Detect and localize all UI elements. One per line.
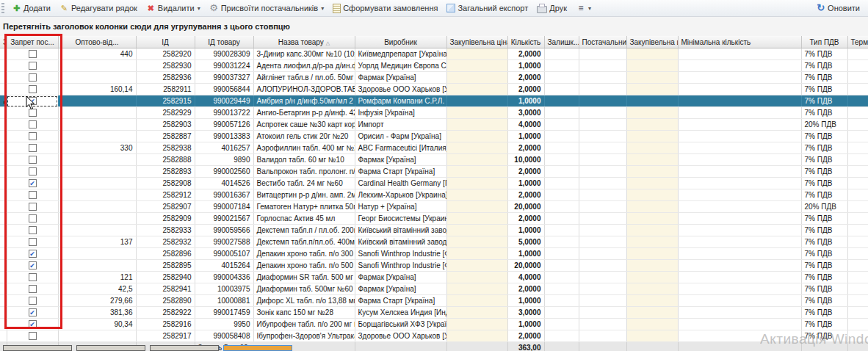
table-row[interactable]: ▶2582915990029449Амбрия р/н д/инф.50мг/м… bbox=[0, 95, 868, 107]
table-row[interactable]: 1212582940990004336Диаформин SR табл. 50… bbox=[0, 272, 868, 283]
cell-ban[interactable] bbox=[7, 178, 58, 189]
bottom-panel[interactable] bbox=[150, 345, 219, 351]
cell-ban[interactable] bbox=[7, 154, 58, 166]
ban-supplier-checkbox[interactable] bbox=[29, 297, 37, 305]
ban-supplier-checkbox[interactable] bbox=[29, 120, 37, 129]
ban-supplier-checkbox[interactable] bbox=[29, 132, 37, 140]
edit-row-button[interactable]: ✎ Редагувати рядок bbox=[56, 2, 141, 14]
bottom-panel[interactable] bbox=[76, 345, 145, 351]
table-row[interactable]: 25828954015264Депакин хроно табл. п/о 50… bbox=[0, 260, 868, 272]
column-header-min_quantity[interactable]: Мінімальна кількість bbox=[678, 36, 801, 48]
column-header-supplier[interactable]: Постачальник bbox=[579, 36, 626, 48]
add-button[interactable]: ✚ Додати bbox=[8, 2, 54, 14]
ban-supplier-checkbox[interactable] bbox=[29, 156, 37, 164]
table-row[interactable]: 2582930990031224Адента лиофил.д/р-ра д/и… bbox=[0, 60, 868, 72]
ban-supplier-checkbox[interactable] bbox=[29, 226, 37, 234]
cell-ban[interactable] bbox=[7, 330, 58, 342]
ban-supplier-checkbox[interactable] bbox=[29, 109, 37, 117]
general-export-button[interactable]: Загальний експорт bbox=[443, 2, 532, 14]
column-header-name[interactable]: Назва товару△ bbox=[253, 36, 355, 48]
table-row[interactable]: 25829084014526Вестибо табл. 24 мг №60Car… bbox=[0, 178, 868, 189]
ban-supplier-checkbox[interactable] bbox=[29, 261, 37, 269]
ban-supplier-checkbox[interactable] bbox=[29, 203, 37, 211]
create-order-button[interactable]: Сформувати замовлення bbox=[329, 2, 441, 15]
table-row[interactable]: 2582907990007184Гематоген Натур+ плитка … bbox=[0, 201, 868, 213]
cell-ban[interactable] bbox=[7, 260, 58, 272]
cell-ban[interactable] bbox=[7, 225, 58, 236]
cell-ban[interactable] bbox=[7, 95, 58, 107]
table-row[interactable]: 25828889890Валидол табл. 60 мг №10Фармак… bbox=[0, 154, 868, 166]
cell-ban[interactable] bbox=[7, 119, 58, 131]
group-by-panel[interactable]: Перетягніть заголовок колонки сюди для у… bbox=[0, 17, 868, 36]
column-header-purchase_price_1[interactable]: Закупівельна ціна... bbox=[446, 36, 507, 48]
table-row[interactable]: 1372582932990027588Декстемп табл.п/пл.об… bbox=[0, 236, 868, 248]
column-header-vat_type[interactable]: Тип ПДВ bbox=[801, 36, 847, 48]
column-header-quantity[interactable]: Кількість bbox=[507, 36, 544, 48]
cell-ban[interactable] bbox=[7, 213, 58, 225]
ban-supplier-checkbox[interactable] bbox=[29, 250, 37, 258]
ban-supplier-checkbox[interactable] bbox=[29, 50, 37, 58]
table-row[interactable]: 2582917990058408Ібупрофен-Здоров'я Ультр… bbox=[0, 330, 868, 342]
cell-ban[interactable] bbox=[7, 307, 58, 319]
cell-ban[interactable] bbox=[7, 248, 58, 260]
print-button[interactable]: Друк bbox=[533, 2, 571, 15]
cell-ban[interactable] bbox=[7, 107, 58, 119]
assign-suppliers-button[interactable]: ⚙ Присвоїти постачальників ▾ bbox=[206, 2, 328, 14]
cell-ban[interactable] bbox=[7, 201, 58, 213]
table-row[interactable]: 160,142582911990056844АЛОПУРИНОЛ-ЗДОРОВ.… bbox=[0, 84, 868, 95]
cell-ban[interactable] bbox=[7, 272, 58, 283]
ban-supplier-checkbox[interactable] bbox=[29, 214, 37, 222]
ban-supplier-checkbox[interactable] bbox=[29, 144, 37, 152]
table-row[interactable]: 2582912990016367Витацертин р-р д/ин. амп… bbox=[0, 189, 868, 201]
cell-ban[interactable] bbox=[7, 60, 58, 72]
cell-ban[interactable] bbox=[7, 48, 58, 60]
table-row[interactable]: 2582936990037327Айглінет табл.в / пл.об.… bbox=[0, 72, 868, 84]
delete-button[interactable]: ✖ Видалити ▾ bbox=[142, 2, 204, 14]
ban-supplier-checkbox[interactable] bbox=[29, 285, 37, 293]
table-row[interactable]: 44025829209900283093-Динир капс.300мг №1… bbox=[0, 48, 868, 60]
cell-ban[interactable] bbox=[7, 72, 58, 84]
ban-supplier-checkbox[interactable] bbox=[29, 332, 37, 340]
column-header-indicator[interactable]: З bbox=[0, 36, 7, 48]
cell-ban[interactable] bbox=[7, 84, 58, 95]
cell-ban[interactable] bbox=[7, 319, 58, 330]
cell-ban[interactable] bbox=[7, 283, 58, 295]
table-row[interactable]: 90,3425829169950Ибупрофен табл. п/о 200 … bbox=[0, 319, 868, 330]
column-header-opt_price[interactable]: Оптово-від... bbox=[58, 36, 136, 48]
column-header-manufacturer[interactable]: Виробник bbox=[355, 36, 446, 48]
table-row[interactable]: 279,66258289010000881Дифорс XL табл. п/о… bbox=[0, 295, 868, 307]
cell-ban[interactable] bbox=[7, 131, 58, 142]
ban-supplier-checkbox[interactable] bbox=[29, 73, 37, 82]
column-header-purchase_price_2[interactable]: Закупівельна ціна bbox=[626, 36, 678, 48]
cell-ban[interactable] bbox=[7, 189, 58, 201]
cell-ban[interactable] bbox=[7, 166, 58, 178]
ban-supplier-checkbox[interactable] bbox=[29, 308, 37, 316]
ban-supplier-checkbox[interactable] bbox=[29, 167, 37, 176]
ban-supplier-checkbox[interactable] bbox=[29, 97, 37, 105]
table-row[interactable]: 2582933990059566Декстемп табл.п / пл.об.… bbox=[0, 225, 868, 236]
ban-supplier-checkbox[interactable] bbox=[29, 191, 37, 199]
column-header-product_id[interactable]: ІД товару bbox=[195, 36, 253, 48]
bottom-panel-active[interactable] bbox=[223, 345, 292, 351]
column-header-stock[interactable]: Залишк... bbox=[544, 36, 579, 48]
table-row[interactable]: 2582887990013383Атокоил гель стик 20г №2… bbox=[0, 131, 868, 142]
table-row[interactable]: 33025829384016257Аэрофиллин табл. 400 мг… bbox=[0, 142, 868, 154]
ban-supplier-checkbox[interactable] bbox=[29, 85, 37, 93]
cell-ban[interactable] bbox=[7, 236, 58, 248]
table-row[interactable]: 42,5258294110003975Диаформин таб. 500мг … bbox=[0, 283, 868, 295]
ban-supplier-checkbox[interactable] bbox=[29, 273, 37, 281]
refresh-button[interactable]: ↻ Оновити bbox=[812, 2, 864, 14]
table-row[interactable]: 2582929990013722Ангио-Бетаргин р-р д/инф… bbox=[0, 107, 868, 119]
column-header-id[interactable]: ІД bbox=[136, 36, 195, 48]
table-row[interactable]: 2582893990002560Вальпрокон табл. пролонг… bbox=[0, 166, 868, 178]
column-header-term[interactable]: Термін bbox=[847, 36, 868, 48]
bottom-panel[interactable] bbox=[3, 345, 72, 351]
column-header-ban[interactable]: Запрет пос... bbox=[7, 36, 58, 48]
ban-supplier-checkbox[interactable] bbox=[29, 179, 37, 187]
cell-ban[interactable] bbox=[7, 142, 58, 154]
cell-ban[interactable] bbox=[7, 295, 58, 307]
ban-supplier-checkbox[interactable] bbox=[29, 238, 37, 246]
view-menu-button[interactable]: ≡ ▾ bbox=[572, 2, 595, 14]
table-row[interactable]: 381,362582922990017459Зонік капс 150 мг … bbox=[0, 307, 868, 319]
table-row[interactable]: 2582896990005107Депакин хроно табл. п/о … bbox=[0, 248, 868, 260]
